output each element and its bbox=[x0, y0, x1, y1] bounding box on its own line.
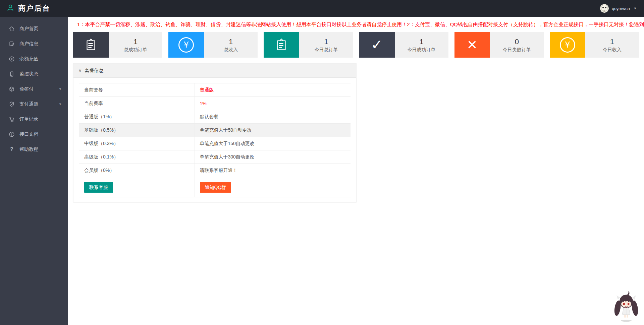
table-row-buttons: 联系客服 通知QQ群 bbox=[79, 177, 351, 197]
notice-bar: 1：本平台严禁一切淫秽、涉赌、政治、钓鱼、诈骗、理财、借贷、封建迷信等非法网站接… bbox=[68, 17, 644, 32]
row-name: 会员版（0%） bbox=[79, 164, 195, 177]
row-value: 默认套餐 bbox=[195, 110, 351, 124]
panel-title: 套餐信息 bbox=[85, 68, 104, 74]
home-icon bbox=[8, 25, 15, 32]
sidebar-item-no-sign-pay[interactable]: 免签付 ▼ bbox=[0, 81, 68, 96]
row-value: 普通版 bbox=[195, 83, 351, 97]
sidebar-item-merchant-home[interactable]: 商户首页 bbox=[0, 21, 68, 36]
row-name: 中级版（0.3%） bbox=[79, 137, 195, 150]
phone-icon bbox=[8, 71, 15, 77]
mascot-chibi-character bbox=[610, 291, 642, 324]
stat-card-total-success-orders: 1 总成功订单 bbox=[73, 32, 162, 58]
check-icon: ✓ bbox=[359, 32, 395, 58]
chevron-down-icon: ▼ bbox=[59, 87, 62, 91]
caret-down-icon: ▼ bbox=[634, 7, 637, 10]
stat-value: 1 bbox=[610, 38, 614, 46]
stat-label: 总成功订单 bbox=[124, 47, 147, 52]
main-content: 1：本平台严禁一切淫秽、涉赌、政治、钓鱼、诈骗、理财、借贷、封建迷信等非法网站接… bbox=[68, 0, 644, 202]
sidebar-item-label: 订单记录 bbox=[19, 116, 38, 122]
notify-qq-group-button[interactable]: 通知QQ群 bbox=[200, 182, 231, 193]
row-name: 当前套餐 bbox=[79, 83, 195, 97]
sidebar-item-label: 商户信息 bbox=[19, 41, 38, 47]
chevron-down-icon: ∨ bbox=[78, 68, 82, 73]
cart-icon bbox=[8, 116, 15, 123]
table-row: 当前套餐 普通版 bbox=[79, 83, 351, 97]
info-circle-icon bbox=[8, 131, 15, 138]
clipboard-icon bbox=[264, 32, 299, 58]
sidebar-item-label: 接口文档 bbox=[19, 131, 38, 137]
sidebar-item-label: 帮助教程 bbox=[19, 146, 38, 152]
notice-text: 1：本平台严禁一切淫秽、涉赌、政治、钓鱼、诈骗、理财、借贷、封建迷信等非法网站接… bbox=[77, 21, 644, 28]
clipboard-icon bbox=[73, 32, 109, 58]
stat-value: 1 bbox=[324, 38, 328, 46]
stat-label: 今日收入 bbox=[603, 47, 622, 52]
stat-label: 今日总订单 bbox=[314, 47, 338, 52]
package-table: 当前套餐 普通版 当前费率 1% 普通版（1%） 默认套餐 基础版（0.5%） … bbox=[79, 83, 351, 197]
sidebar-item-order-records[interactable]: 订单记录 bbox=[0, 112, 68, 127]
stat-card-total-income: ¥ 1 总收入 bbox=[168, 32, 258, 58]
stat-card-today-failed-orders: ✕ 0 今日失败订单 bbox=[454, 32, 544, 58]
stat-value: 1 bbox=[419, 38, 423, 46]
shield-check-icon bbox=[8, 101, 15, 108]
stat-card-today-income: ¥ 1 今日收入 bbox=[550, 32, 639, 58]
row-value: 单笔充值大于150自动更改 bbox=[195, 137, 351, 150]
sidebar-item-api-docs[interactable]: 接口文档 bbox=[0, 127, 68, 142]
sidebar-item-payment-channel[interactable]: 支付通道 ▼ bbox=[0, 96, 68, 112]
cube-icon bbox=[8, 86, 15, 92]
sidebar-item-label: 商户首页 bbox=[19, 26, 38, 32]
contact-support-button[interactable]: 联系客服 bbox=[84, 182, 113, 193]
row-value: 1% bbox=[195, 97, 351, 110]
chevron-down-icon: ▼ bbox=[59, 103, 62, 106]
stat-card-today-total-orders: 1 今日总订单 bbox=[264, 32, 353, 58]
app-logo[interactable]: 商户后台 bbox=[0, 3, 50, 13]
stat-card-today-success-orders: ✓ 1 今日成功订单 bbox=[359, 32, 448, 58]
row-value: 单笔充值大于300自动更改 bbox=[195, 150, 351, 164]
sidebar-nav: 商户首页 商户信息 余额充值 监控状态 bbox=[0, 17, 68, 325]
row-name: 当前费率 bbox=[79, 97, 195, 110]
table-row: 基础版（0.5%） 单笔充值大于50自动更改 bbox=[79, 124, 351, 137]
package-info-panel-header[interactable]: ∨ 套餐信息 bbox=[73, 64, 356, 78]
stat-label: 总收入 bbox=[224, 47, 238, 52]
stat-value: 1 bbox=[229, 38, 233, 46]
stat-label: 今日失败订单 bbox=[503, 47, 531, 52]
page-title: 商户后台 bbox=[18, 3, 50, 13]
row-value: 单笔充值大于50自动更改 bbox=[195, 124, 351, 137]
row-value: 请联系客服开通！ bbox=[195, 164, 351, 177]
sidebar-item-label: 监控状态 bbox=[19, 71, 38, 77]
yen-icon: ¥ bbox=[168, 32, 204, 58]
sidebar-item-balance-recharge[interactable]: 余额充值 bbox=[0, 51, 68, 66]
table-row: 当前费率 1% bbox=[79, 97, 351, 110]
user-menu[interactable]: qcymwcn ▼ bbox=[600, 4, 644, 13]
sidebar-item-help-tutorial[interactable]: ? 帮助教程 bbox=[0, 142, 68, 157]
top-header: 商户后台 qcymwcn ▼ bbox=[0, 0, 644, 17]
table-row: 会员版（0%） 请联系客服开通！ bbox=[79, 164, 351, 177]
table-row: 高级版（0.1%） 单笔充值大于300自动更改 bbox=[79, 150, 351, 164]
sidebar-item-monitor-status[interactable]: 监控状态 bbox=[0, 66, 68, 81]
merchant-info-icon bbox=[8, 41, 15, 47]
username: qcymwcn bbox=[612, 6, 630, 11]
stat-label: 今日成功订单 bbox=[408, 47, 436, 52]
merchant-person-icon bbox=[6, 3, 15, 13]
user-avatar bbox=[600, 4, 609, 13]
sidebar-item-label: 免签付 bbox=[19, 86, 34, 92]
stat-value: 1 bbox=[133, 38, 138, 46]
yen-icon: ¥ bbox=[550, 32, 585, 58]
sidebar-item-label: 支付通道 bbox=[19, 101, 38, 107]
question-icon: ? bbox=[8, 146, 15, 153]
row-name: 普通版（1%） bbox=[79, 110, 195, 124]
stat-value: 0 bbox=[515, 38, 519, 46]
table-row: 中级版（0.3%） 单笔充值大于150自动更改 bbox=[79, 137, 351, 150]
row-name: 基础版（0.5%） bbox=[79, 124, 195, 137]
sidebar-item-label: 余额充值 bbox=[19, 56, 38, 62]
yen-circle-icon bbox=[8, 56, 15, 62]
stats-row: 1 总成功订单 ¥ 1 总收入 1 今日总订单 bbox=[68, 32, 644, 58]
row-name: 高级版（0.1%） bbox=[79, 150, 195, 164]
package-info-panel: ∨ 套餐信息 当前套餐 普通版 当前费率 1% 普通版（1%） 默认套餐 基础版… bbox=[73, 63, 357, 202]
table-row: 普通版（1%） 默认套餐 bbox=[79, 110, 351, 124]
close-icon: ✕ bbox=[454, 32, 490, 58]
sidebar-item-merchant-info[interactable]: 商户信息 bbox=[0, 36, 68, 51]
